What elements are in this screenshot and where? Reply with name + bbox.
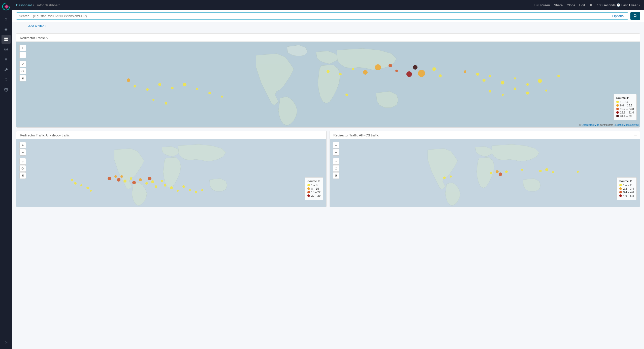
dashboard: Redirector Traffic All bbox=[12, 30, 644, 349]
sidebar-item-discover[interactable]: ○ bbox=[2, 15, 11, 24]
svg-point-5 bbox=[6, 49, 7, 50]
decoy-map-legend-title: Source IP bbox=[307, 180, 320, 183]
cs-map-layers[interactable]: ▣ bbox=[333, 172, 339, 179]
sidebar-item-dashboard[interactable] bbox=[2, 35, 11, 44]
add-filter-label: Add a filter bbox=[28, 24, 44, 28]
main-map-fit[interactable]: ⤢ bbox=[19, 61, 26, 67]
bottom-panels: Redirector Traffic All - decoy traffic +… bbox=[16, 131, 640, 210]
main-map-zoom-out[interactable]: − bbox=[19, 52, 26, 58]
main-content: Dashboard / Traffic dashboard Full scree… bbox=[12, 0, 644, 349]
cs-map-fit[interactable]: ⤢ bbox=[333, 158, 339, 165]
clone-button[interactable]: Clone bbox=[567, 3, 575, 7]
decoy-legend-item-4: 22 – 29 bbox=[307, 194, 320, 197]
main-map-legend-title: Source IP bbox=[616, 96, 634, 99]
pause-button[interactable]: ⏸ bbox=[589, 3, 593, 7]
sidebar-item-monitoring[interactable]: ♡ bbox=[2, 75, 11, 84]
cs-legend-item-4: 4.6 – 5.8 bbox=[619, 194, 634, 197]
breadcrumb: Dashboard / Traffic dashboard bbox=[16, 3, 60, 7]
sidebar-item-canvas[interactable] bbox=[2, 45, 11, 54]
cs-map-controls: + − ⤢ ⬡ ▣ bbox=[333, 142, 339, 179]
cs-map-legend-title: Source IP bbox=[619, 180, 634, 183]
decoy-map-legend: Source IP 1 – 8 8 – 15 15 – 22 bbox=[305, 177, 323, 200]
breadcrumb-link[interactable]: Dashboard bbox=[16, 3, 32, 7]
main-map-layers[interactable]: ▣ bbox=[19, 75, 26, 81]
sidebar-item-settings[interactable] bbox=[2, 85, 11, 94]
app-logo bbox=[2, 2, 11, 11]
main-map-legend: Source IP 1 – 8.6 8.6 – 16.2 16.2 – 23.8 bbox=[614, 94, 637, 120]
decoy-map-title: Redirector Traffic All - decoy traffic bbox=[16, 131, 326, 139]
search-input[interactable] bbox=[19, 14, 612, 18]
decoy-map-body: + − ⤢ ⬡ ▣ bbox=[16, 139, 326, 207]
svg-rect-0 bbox=[4, 38, 6, 39]
main-map-controls: + − ⤢ ⬡ ▣ bbox=[19, 45, 26, 81]
main-map-panel: Redirector Traffic All bbox=[16, 33, 640, 128]
openstreetmap-link[interactable]: OpenStreetMap bbox=[582, 124, 599, 126]
time-range-icon: 🕐 bbox=[617, 3, 620, 7]
decoy-map-layers[interactable]: ▣ bbox=[19, 172, 26, 179]
sidebar-item-visualize[interactable]: ◈ bbox=[2, 25, 11, 34]
topbar: Dashboard / Traffic dashboard Full scree… bbox=[12, 0, 644, 10]
breadcrumb-current: Traffic dashboard bbox=[35, 3, 60, 7]
legend-item-1: 1 – 8.6 bbox=[616, 100, 634, 103]
breadcrumb-separator: / bbox=[33, 3, 34, 7]
cs-map-zoom-in[interactable]: + bbox=[333, 142, 339, 149]
main-map-body: + − ⤢ ⬡ ▣ bbox=[16, 42, 640, 127]
svg-rect-3 bbox=[6, 40, 8, 41]
main-map-title: Redirector Traffic All bbox=[16, 34, 640, 42]
search-input-wrap: Options bbox=[16, 12, 628, 20]
add-filter-plus-icon: + bbox=[45, 24, 47, 28]
cs-legend-item-3: 3.4 – 4.6 bbox=[619, 191, 634, 194]
search-button[interactable] bbox=[630, 12, 640, 20]
cs-map-zoom-out[interactable]: − bbox=[333, 149, 339, 156]
add-filter-button[interactable]: Add a filter + bbox=[28, 24, 47, 28]
cs-map-select[interactable]: ⬡ bbox=[333, 165, 339, 172]
svg-rect-2 bbox=[4, 40, 6, 41]
time-nav-left[interactable]: ‹ bbox=[597, 3, 598, 7]
decoy-map-controls: + − ⤢ ⬡ ▣ bbox=[19, 142, 26, 179]
decoy-legend-item-2: 8 – 15 bbox=[307, 187, 320, 190]
decoy-map-fit[interactable]: ⤢ bbox=[19, 158, 26, 165]
main-map-attribution: © OpenStreetMap contributors , Elastic M… bbox=[579, 124, 639, 126]
decoy-legend-item-3: 15 – 22 bbox=[307, 191, 320, 194]
cs-map-title: Redirector Traffic All - CS traffic bbox=[330, 131, 640, 139]
sidebar: ○ ◈ ≡ ♡ ▷ bbox=[0, 0, 12, 349]
legend-item-3: 16.2 – 23.8 bbox=[616, 107, 634, 110]
time-range[interactable]: Last 1 year bbox=[621, 3, 637, 7]
topbar-actions: Full screen Share Clone Edit ⏸ ‹ 30 seco… bbox=[534, 3, 640, 7]
cs-map-panel-header: Redirector Traffic All - CS traffic ··· bbox=[330, 131, 640, 139]
time-nav-right[interactable]: › bbox=[639, 3, 640, 7]
legend-item-2: 8.6 – 16.2 bbox=[616, 104, 634, 107]
cs-legend-item-1: 1 – 2.2 bbox=[619, 184, 634, 187]
legend-item-4: 23.8 – 31.4 bbox=[616, 111, 634, 114]
decoy-map-panel: Redirector Traffic All - decoy traffic +… bbox=[16, 131, 327, 207]
legend-item-5: 31.4 – 39 bbox=[616, 114, 634, 118]
refresh-interval[interactable]: 30 seconds bbox=[599, 3, 616, 7]
main-map-select[interactable]: ⬡ bbox=[19, 68, 26, 74]
options-button[interactable]: Options bbox=[612, 14, 624, 18]
fullscreen-button[interactable]: Full screen bbox=[534, 3, 550, 7]
time-nav: ‹ 30 seconds 🕐 Last 1 year › bbox=[597, 3, 640, 7]
main-map-zoom-in[interactable]: + bbox=[19, 45, 26, 51]
decoy-legend-item-1: 1 – 8 bbox=[307, 184, 320, 187]
cs-map-legend: Source IP 1 – 2.2 2.2 – 3.4 3.4 – 4.6 bbox=[617, 177, 637, 200]
sidebar-item-devtools[interactable] bbox=[2, 65, 11, 74]
share-button[interactable]: Share bbox=[554, 3, 563, 7]
svg-point-6 bbox=[634, 14, 636, 17]
main-map-panel-header: Redirector Traffic All bbox=[16, 34, 640, 42]
sidebar-item-maps[interactable]: ≡ bbox=[2, 55, 11, 64]
cs-legend-item-2: 2.2 – 3.4 bbox=[619, 187, 634, 190]
cs-map-panel: Redirector Traffic All - CS traffic ··· … bbox=[330, 131, 640, 207]
cs-map-body: + − ⤢ ⬡ ▣ bbox=[330, 139, 640, 207]
sidebar-item-live[interactable]: ▷ bbox=[2, 337, 11, 346]
decoy-map-zoom-in[interactable]: + bbox=[19, 142, 26, 149]
decoy-map-select[interactable]: ⬡ bbox=[19, 165, 26, 172]
filterbar: Add a filter + bbox=[12, 22, 644, 30]
elastic-maps-link[interactable]: Elastic Maps Service bbox=[615, 124, 639, 126]
decoy-map-zoom-out[interactable]: − bbox=[19, 149, 26, 156]
cs-map-menu[interactable]: ··· bbox=[634, 133, 637, 137]
edit-button[interactable]: Edit bbox=[579, 3, 585, 7]
decoy-map-panel-header: Redirector Traffic All - decoy traffic bbox=[16, 131, 326, 139]
svg-rect-1 bbox=[6, 38, 8, 39]
searchbar: Options bbox=[12, 10, 644, 22]
